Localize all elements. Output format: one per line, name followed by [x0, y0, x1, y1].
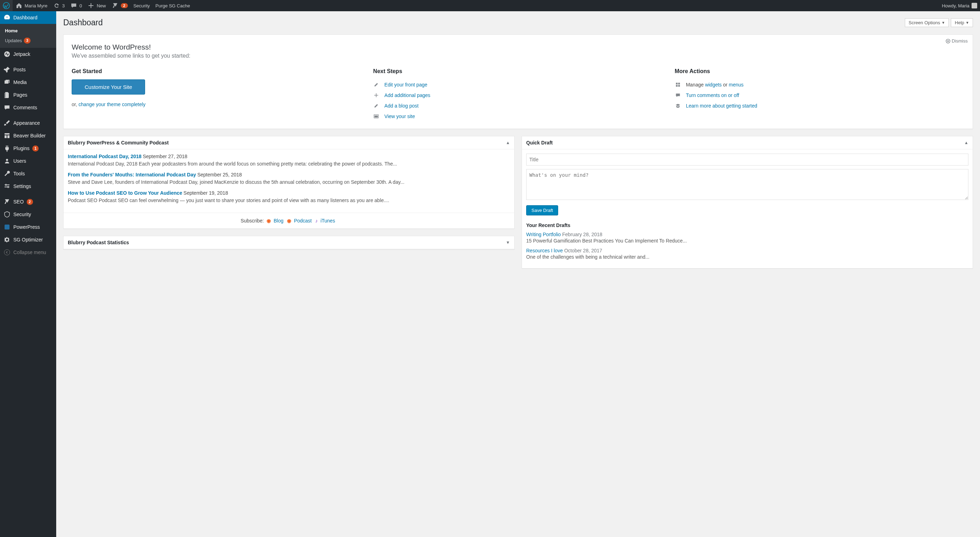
sub-itunes[interactable]: iTunes [320, 218, 335, 223]
menu-plugins[interactable]: Plugins 1 [0, 142, 56, 155]
learn-icon [675, 103, 681, 109]
screen-options-button[interactable]: Screen Options▼ [905, 18, 949, 27]
welcome-title: Welcome to WordPress! [72, 43, 969, 51]
menu-comments[interactable]: Comments [0, 101, 56, 114]
shield-icon [3, 211, 11, 218]
plugins-badge: 1 [32, 145, 39, 151]
svg-point-2 [6, 159, 8, 161]
wp-logo[interactable] [0, 0, 13, 11]
menu-media[interactable]: Media [0, 76, 56, 89]
menu-appearance[interactable]: Appearance [0, 117, 56, 129]
menu-dashboard[interactable]: Dashboard [0, 11, 56, 24]
new-link[interactable]: New [85, 0, 108, 11]
welcome-panel: Dismiss Welcome to WordPress! We've asse… [63, 34, 973, 129]
menu-settings[interactable]: Settings [0, 180, 56, 193]
chevron-down-icon: ▼ [966, 21, 969, 25]
menu-beaver[interactable]: Beaver Builder [0, 129, 56, 142]
itunes-icon: ♪ [315, 218, 318, 223]
menu-jetpack[interactable]: Jetpack [0, 48, 56, 61]
menus-link[interactable]: menus [729, 82, 744, 88]
sub-podcast[interactable]: Podcast [294, 218, 312, 223]
yoast-link[interactable]: 2 [109, 0, 130, 11]
menu-posts[interactable]: Posts [0, 63, 56, 76]
feed-excerpt: Podcast SEO Podcast SEO can feel overwhe… [68, 197, 510, 204]
collapse-toggle[interactable]: ▼ [506, 240, 510, 245]
purge-cache-link[interactable]: Purge SG Cache [153, 0, 193, 11]
main-content: Dashboard Screen Options▼ Help▼ Dismiss … [56, 11, 980, 537]
help-button[interactable]: Help▼ [951, 18, 973, 27]
page-title: Dashboard [63, 15, 103, 29]
jetpack-icon [3, 51, 11, 57]
security-link[interactable]: Security [130, 0, 153, 11]
sub-blog[interactable]: Blog [274, 218, 283, 223]
svg-point-1 [4, 51, 10, 57]
menu-powerpress[interactable]: PowerPress [0, 221, 56, 233]
menu-sg[interactable]: SG Optimizer [0, 233, 56, 246]
svg-rect-10 [676, 85, 678, 87]
feed-title-link[interactable]: International Podcast Day, 2018 [68, 154, 142, 159]
admin-bar: Maria Myre 3 0 New 2 Security Purge SG C… [0, 0, 980, 11]
blubrry-title: Blubrry PowerPress & Community Podcast [68, 140, 169, 145]
next-steps-col: Next Steps Edit your front page Add addi… [373, 68, 667, 122]
draft-content-input[interactable] [526, 169, 969, 200]
menu-security[interactable]: Security [0, 208, 56, 221]
comments-link[interactable]: 0 [67, 0, 85, 11]
save-draft-button[interactable]: Save Draft [526, 205, 558, 215]
comments-count: 0 [80, 3, 82, 8]
feed-title-link[interactable]: How to Use Podcast SEO to Grow Your Audi… [68, 190, 182, 196]
menu-users[interactable]: Users [0, 155, 56, 167]
seo-badge: 2 [27, 199, 33, 205]
feed-title-link[interactable]: From the Founders' Mouths: International… [68, 172, 196, 177]
howdy-link[interactable]: Howdy, Maria [939, 0, 980, 11]
wrench-icon [3, 170, 11, 177]
feed-item: How to Use Podcast SEO to Grow Your Audi… [68, 190, 510, 204]
add-pages-link[interactable]: Add additional pages [384, 92, 430, 98]
more-actions-col: More Actions Manage widgets or menus Tur… [675, 68, 969, 122]
draft-title-input[interactable] [526, 154, 969, 166]
updates-count: 3 [62, 3, 65, 8]
user-icon [3, 158, 11, 164]
sliders-icon [3, 183, 11, 190]
site-name-link[interactable]: Maria Myre [13, 0, 50, 11]
add-post-link[interactable]: Add a blog post [384, 103, 418, 108]
change-theme-link[interactable]: change your theme completely [78, 102, 145, 107]
menu-pages[interactable]: Pages [0, 89, 56, 101]
customize-site-button[interactable]: Customize Your Site [72, 80, 145, 94]
svg-rect-9 [678, 83, 680, 84]
feed-excerpt: International Podcast Day, 2018 Each yea… [68, 160, 510, 167]
edit-front-link[interactable]: Edit your front page [384, 82, 427, 88]
svg-rect-8 [676, 83, 678, 84]
close-icon [946, 39, 950, 44]
svg-point-4 [4, 250, 10, 255]
collapse-toggle[interactable]: ▲ [506, 140, 510, 145]
updates-link[interactable]: 3 [50, 0, 67, 11]
subscribe-row: Subscribe: ◉Blog ◉Podcast ♪iTunes [64, 213, 514, 228]
write-icon [373, 103, 379, 109]
quickdraft-widget: Quick Draft ▲ Save Draft Your Recent Dra… [522, 136, 973, 269]
view-site-link[interactable]: View your site [384, 113, 415, 119]
yoast-count: 2 [121, 3, 128, 8]
comments-toggle-link[interactable]: Turn comments on or off [686, 92, 740, 98]
learn-more-link[interactable]: Learn more about getting started [686, 103, 757, 108]
submenu-updates[interactable]: Updates 3 [0, 35, 56, 46]
menu-tools[interactable]: Tools [0, 167, 56, 180]
dismiss-button[interactable]: Dismiss [946, 38, 968, 44]
comment-icon [675, 92, 681, 99]
collapse-toggle[interactable]: ▲ [964, 140, 969, 145]
admin-sidebar: Dashboard Home Updates 3 Jetpack Posts M… [0, 11, 56, 537]
widgets-link[interactable]: widgets [705, 82, 721, 88]
widgets-icon [675, 81, 681, 88]
submenu-home[interactable]: Home [0, 26, 56, 35]
menu-collapse[interactable]: Collapse menu [0, 246, 56, 259]
menu-seo[interactable]: SEO 2 [0, 195, 56, 208]
pin-icon [3, 66, 11, 73]
home-icon [16, 2, 22, 9]
dashboard-submenu: Home Updates 3 [0, 24, 56, 48]
feed-date: September 19, 2018 [183, 190, 228, 196]
draft-title-link[interactable]: Resources I love [526, 248, 563, 253]
draft-item: Writing Portfolio February 28, 201815 Po… [526, 232, 969, 244]
svg-rect-11 [678, 85, 680, 87]
gear-icon [3, 236, 11, 243]
draft-title-link[interactable]: Writing Portfolio [526, 232, 561, 237]
edit-icon [373, 81, 379, 88]
